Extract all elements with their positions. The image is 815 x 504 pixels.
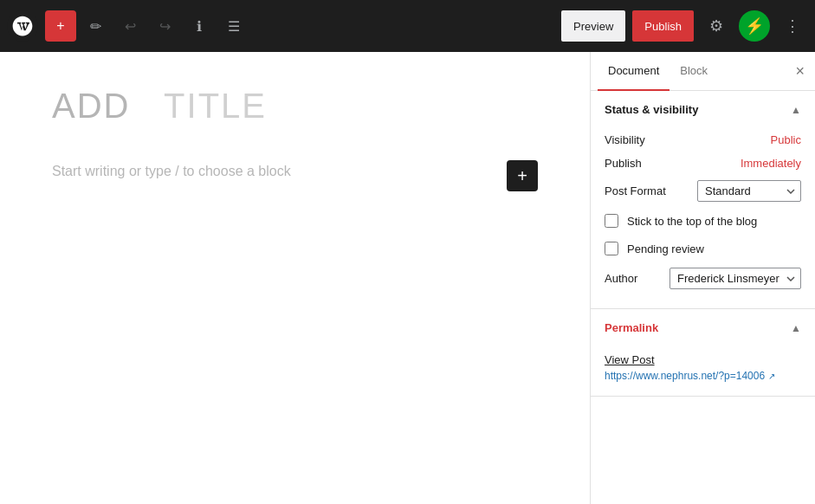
stick-to-top-label[interactable]: Stick to the top of the blog	[627, 215, 757, 228]
permalink-section-title: Permalink	[605, 321, 658, 334]
redo-button[interactable]: ↪	[149, 10, 180, 42]
add-block-inline-button[interactable]: +	[507, 160, 538, 191]
post-format-row: Post Format Standard	[605, 175, 801, 207]
status-section-header[interactable]: Status & visibility ▲	[591, 91, 815, 128]
stick-to-top-row: Stick to the top of the blog	[605, 207, 801, 235]
visibility-row: Visibility Public	[605, 128, 801, 152]
more-icon: ⋮	[785, 16, 800, 36]
visibility-label: Visibility	[605, 133, 645, 146]
title-add: ADD	[52, 87, 130, 125]
editor-area: ADD TITLE Start writing or type / to cho…	[0, 52, 590, 504]
editor-body-row: Start writing or type / to choose a bloc…	[52, 160, 538, 191]
jetpack-button[interactable]: ⚡	[739, 10, 770, 42]
status-section-toggle: ▲	[791, 104, 801, 116]
view-post-link[interactable]: View Post	[605, 346, 801, 370]
external-link-icon: ↗	[768, 372, 775, 381]
pending-review-label[interactable]: Pending review	[627, 242, 704, 255]
toolbar-right: Preview Publish ⚙ ⚡ ⋮	[561, 10, 808, 42]
publish-value[interactable]: Immediately	[741, 157, 801, 170]
settings-button[interactable]: ⚙	[701, 10, 732, 42]
info-icon: ℹ	[197, 18, 202, 35]
gear-icon: ⚙	[709, 16, 723, 36]
undo-icon: ↩	[125, 18, 136, 35]
plus-icon: +	[56, 18, 64, 34]
permalink-section: Permalink ▲ View Post https://www.nephru…	[591, 309, 815, 397]
pending-review-checkbox[interactable]	[605, 242, 618, 255]
author-select[interactable]: Frederick Linsmeyer	[669, 268, 801, 289]
status-section-body: Visibility Public Publish Immediately Po…	[591, 128, 815, 308]
list-view-button[interactable]: ☰	[218, 10, 249, 42]
sidebar-close-button[interactable]: ×	[792, 60, 808, 82]
author-label: Author	[605, 272, 637, 285]
wp-logo	[7, 10, 38, 42]
info-button[interactable]: ℹ	[184, 10, 215, 42]
pencil-icon: ✏	[90, 18, 101, 35]
permalink-section-toggle: ▲	[791, 322, 801, 334]
permalink-url[interactable]: https://www.nephrus.net/?p=14006 ↗	[605, 370, 801, 382]
post-title[interactable]: ADD TITLE	[52, 87, 538, 126]
publish-label: Publish	[605, 157, 642, 170]
lightning-icon: ⚡	[745, 16, 764, 36]
tab-block[interactable]: Block	[669, 52, 718, 91]
undo-button[interactable]: ↩	[114, 10, 146, 42]
publish-button[interactable]: Publish	[632, 10, 694, 42]
visibility-value[interactable]: Public	[771, 133, 801, 146]
main-area: ADD TITLE Start writing or type / to cho…	[0, 52, 815, 504]
sidebar: Document Block × Status & visibility ▲ V…	[590, 52, 815, 504]
edit-button[interactable]: ✏	[80, 10, 111, 42]
post-format-label: Post Format	[605, 184, 666, 197]
list-icon: ☰	[228, 18, 240, 35]
stick-to-top-checkbox[interactable]	[605, 214, 618, 228]
toolbar: + ✏ ↩ ↪ ℹ ☰ Preview Publish ⚙ ⚡ ⋮	[0, 0, 815, 52]
tab-document[interactable]: Document	[598, 52, 669, 91]
status-visibility-section: Status & visibility ▲ Visibility Public …	[591, 91, 815, 309]
author-row: Author Frederick Linsmeyer	[605, 262, 801, 294]
publish-schedule-row: Publish Immediately	[605, 152, 801, 175]
pending-review-row: Pending review	[605, 235, 801, 262]
more-options-button[interactable]: ⋮	[777, 10, 808, 42]
title-title: TITLE	[164, 87, 267, 125]
permalink-section-body: View Post https://www.nephrus.net/?p=140…	[591, 346, 815, 396]
post-format-select[interactable]: Standard	[697, 180, 801, 202]
redo-icon: ↪	[159, 18, 171, 35]
add-block-inline-icon: +	[517, 166, 527, 186]
preview-button[interactable]: Preview	[561, 10, 625, 42]
sidebar-tabs: Document Block ×	[591, 52, 815, 91]
add-block-toolbar-button[interactable]: +	[45, 10, 76, 42]
status-section-title: Status & visibility	[605, 103, 698, 116]
permalink-section-header[interactable]: Permalink ▲	[591, 309, 815, 346]
editor-placeholder[interactable]: Start writing or type / to choose a bloc…	[52, 160, 291, 183]
